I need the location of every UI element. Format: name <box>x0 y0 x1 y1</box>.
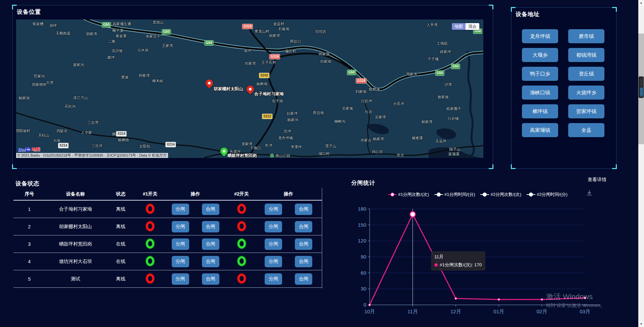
open-switch-button[interactable]: 分闸 <box>265 273 282 285</box>
device-status: 在线 <box>106 241 136 247</box>
address-button[interactable]: 资丘镇 <box>568 67 604 81</box>
map-type-toggle[interactable]: 地图 混合 <box>452 23 479 30</box>
map-place-label: 曾家坡 <box>438 95 449 100</box>
panel-title-address: 设备地址 <box>516 10 540 18</box>
map-place-label: 二墩 <box>108 39 115 44</box>
close-switch-button[interactable]: 合闸 <box>202 273 219 285</box>
table-row: 5测试离线分闸合闸分闸合闸 <box>13 270 322 288</box>
map-place-label: 白氏坪 <box>361 99 372 104</box>
address-button-grid: 龙舟坪镇磨市镇大堰乡都镇湾镇鸭子口乡资丘镇渔峡口镇火烧坪乡榔坪镇贺家坪镇高家堰镇… <box>522 29 606 137</box>
close-switch-button[interactable]: 合闸 <box>295 256 312 267</box>
svg-text:10月: 10月 <box>364 309 375 314</box>
map-place-label: 肖家台 <box>361 138 372 143</box>
baidu-logo: Bai du 地图 <box>18 146 40 152</box>
address-button[interactable]: 大堰乡 <box>522 48 558 62</box>
close-switch-button[interactable]: 合闸 <box>202 221 219 232</box>
close-switch-button[interactable]: 合闸 <box>295 238 312 250</box>
road-badge-g318: G318 <box>269 54 280 59</box>
map-place-label: 梅子溪 <box>112 28 123 33</box>
address-button[interactable]: 鸭子口乡 <box>522 67 558 81</box>
open-switch-button[interactable]: 分闸 <box>172 256 189 267</box>
map-place-label: 庙坪 <box>244 48 251 53</box>
map-place-label: 渡家沟 <box>73 62 84 67</box>
baidu-logo-map: 地图 <box>31 146 40 152</box>
park-icon <box>270 154 274 158</box>
open-switch-button[interactable]: 分闸 <box>265 204 282 215</box>
map-place-label: 石柱沟 <box>65 104 76 109</box>
close-switch-button[interactable]: 合闸 <box>295 204 312 215</box>
legend-item[interactable]: #1分闸次数/(次) <box>388 192 429 198</box>
road-badge-x214: X214 <box>165 142 176 147</box>
map-place-label: 清江方山 <box>73 95 88 100</box>
address-button[interactable]: 龙舟坪镇 <box>522 29 558 43</box>
baidu-logo-bai: Bai <box>18 147 25 152</box>
switch2-indicator <box>237 221 246 231</box>
scrollbar-down-arrow[interactable]: ▼ <box>638 321 644 327</box>
switch1-indicator <box>146 204 154 214</box>
open-switch-button[interactable]: 分闸 <box>172 238 189 250</box>
close-switch-button[interactable]: 合闸 <box>295 221 312 232</box>
device-name: 晒鼓坪村荒田岗 <box>45 241 106 247</box>
map-place-label: 孙家湾 <box>139 73 150 78</box>
table-row: 1合子坳村习家坳离线分闸合闸分闸合闸 <box>13 201 322 218</box>
map-place-label: 天花坪 <box>435 139 446 144</box>
switch1-indicator <box>146 274 154 283</box>
map-place-label: 欧家圈子 <box>446 106 461 111</box>
page-scrollbar[interactable]: ▲ ▼ <box>638 0 644 327</box>
address-button[interactable]: 榔坪镇 <box>522 104 558 118</box>
map-place-label: 王子石村 <box>261 60 276 65</box>
address-button[interactable]: 渔峡口镇 <box>522 86 558 100</box>
baidu-map[interactable]: 笔架槽洞坪天鹅抱蛋胡家湾渡家沟高家堰互通梅子溪紫金寨二墩流沙坡沁水坝张家台子王家… <box>16 19 483 158</box>
open-switch-button[interactable]: 分闸 <box>172 273 189 285</box>
map-pin-label: 晒鼓坪村荒田岗 <box>227 153 257 158</box>
legend-label: #2分闸时间/(分) <box>537 192 568 198</box>
map-place-label: 洞坪 <box>49 23 57 28</box>
open-switch-button[interactable]: 分闸 <box>172 221 189 232</box>
map-place-label: 吴家湾 <box>375 115 386 120</box>
table-scrollbar[interactable] <box>322 188 322 288</box>
address-button[interactable]: 都镇湾镇 <box>568 48 604 62</box>
open-switch-button[interactable]: 分闸 <box>265 238 282 250</box>
open-switch-button[interactable]: 分闸 <box>265 256 282 267</box>
address-button[interactable]: 磨市镇 <box>568 29 604 43</box>
row-index: 5 <box>13 276 45 282</box>
table-header-cell: 状态 <box>106 191 136 197</box>
map-place-label: 长冲 <box>265 143 272 148</box>
map-place-label: 太阳包 <box>139 144 150 149</box>
row-index: 2 <box>13 224 45 229</box>
download-icon[interactable] <box>586 189 593 197</box>
legend-item[interactable]: #2分闸次数/(次) <box>480 192 521 198</box>
device-status: 在线 <box>106 259 136 265</box>
close-switch-button[interactable]: 合闸 <box>202 204 219 215</box>
road-badge-x214: X214 <box>116 131 126 137</box>
view-detail-link[interactable]: 查看详情 <box>588 177 606 183</box>
panel-title-location: 设备位置 <box>17 8 41 16</box>
address-button[interactable]: 全县 <box>568 123 604 137</box>
map-place-label: 坨坨岩 <box>315 29 326 34</box>
tooltip-value: #1分闸次数/(次): 170 <box>440 262 482 268</box>
address-button[interactable]: 贺家坪镇 <box>568 104 604 118</box>
close-switch-button[interactable]: 合闸 <box>295 273 312 285</box>
open-switch-button[interactable]: 分闸 <box>172 204 189 215</box>
map-place-label: 龙舟坪镇 <box>278 135 293 141</box>
svg-text:11月: 11月 <box>408 309 418 314</box>
address-button[interactable]: 高家堰镇 <box>522 123 558 137</box>
map-place-label: 贯坡 <box>121 75 128 80</box>
legend-item[interactable]: #2分闸时间/(分) <box>527 192 568 198</box>
legend-item[interactable]: #1分闸时间/(分) <box>434 192 475 198</box>
legend-line-icon <box>480 193 489 197</box>
close-switch-button[interactable]: 合闸 <box>202 238 219 250</box>
map-place-label: 下渔口 <box>250 146 261 151</box>
map-place-label: 合子坳 <box>272 99 283 104</box>
map-place-label: 侯家湾 <box>269 33 280 38</box>
map-toggle-hybrid[interactable]: 混合 <box>466 23 479 30</box>
open-switch-button[interactable]: 分闸 <box>265 221 282 232</box>
scrollbar-up-arrow[interactable]: ▲ <box>638 0 644 6</box>
close-switch-button[interactable]: 合闸 <box>202 256 219 267</box>
legend-label: #1分闸时间/(分) <box>444 192 475 198</box>
address-button[interactable]: 火烧坪乡 <box>568 86 604 100</box>
map-place-label: 腊坪 <box>107 55 115 60</box>
device-address-panel: 设备地址 龙舟坪镇磨市镇大堰乡都镇湾镇鸭子口乡资丘镇渔峡口镇火烧坪乡榔坪镇贺家坪… <box>511 7 616 169</box>
svg-text:90: 90 <box>361 254 366 260</box>
map-toggle-map[interactable]: 地图 <box>452 23 466 30</box>
